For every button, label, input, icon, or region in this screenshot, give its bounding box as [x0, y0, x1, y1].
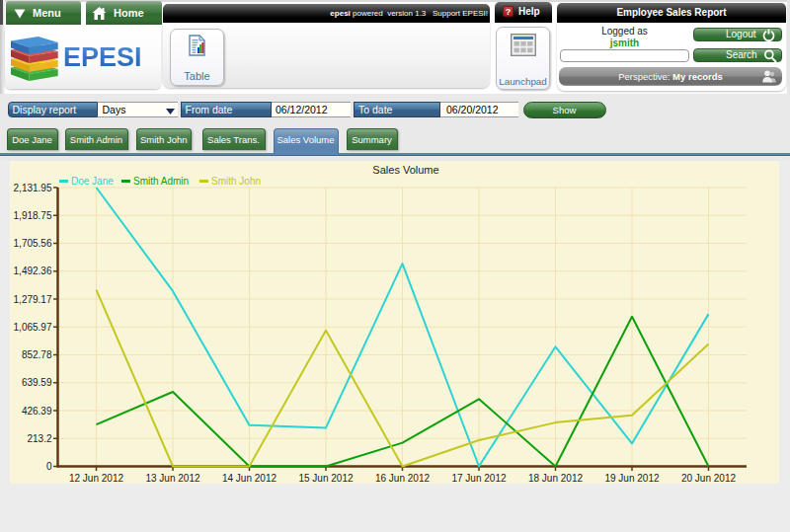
svg-text:639.59: 639.59 [22, 377, 52, 388]
svg-text:20 Jun 2012: 20 Jun 2012 [681, 473, 736, 484]
svg-text:1,705.56: 1,705.56 [14, 238, 52, 249]
svg-text:426.39: 426.39 [22, 406, 52, 417]
svg-text:Doe Jane: Doe Jane [71, 176, 114, 187]
svg-text:Sales Volume: Sales Volume [372, 164, 438, 176]
svg-text:19 Jun 2012: 19 Jun 2012 [604, 473, 659, 484]
svg-text:15 Jun 2012: 15 Jun 2012 [298, 473, 353, 484]
svg-text:18 Jun 2012: 18 Jun 2012 [528, 473, 583, 484]
svg-text:213.2: 213.2 [27, 433, 51, 444]
svg-text:1,065.97: 1,065.97 [14, 322, 52, 333]
svg-text:1,492.36: 1,492.36 [14, 266, 52, 276]
svg-text:852.78: 852.78 [22, 349, 52, 360]
svg-text:13 Jun 2012: 13 Jun 2012 [145, 473, 199, 484]
svg-text:1,918.75: 1,918.75 [14, 210, 52, 221]
svg-text:12 Jun 2012: 12 Jun 2012 [69, 473, 123, 484]
svg-text:Smith Admin: Smith Admin [133, 176, 189, 187]
svg-text:0: 0 [46, 461, 52, 472]
svg-text:Smith John: Smith John [211, 176, 261, 187]
svg-text:17 Jun 2012: 17 Jun 2012 [451, 473, 506, 484]
svg-text:1,279.17: 1,279.17 [14, 294, 52, 305]
svg-text:16 Jun 2012: 16 Jun 2012 [375, 473, 430, 484]
svg-text:14 Jun 2012: 14 Jun 2012 [222, 473, 276, 484]
svg-text:2,131.95: 2,131.95 [14, 183, 52, 193]
